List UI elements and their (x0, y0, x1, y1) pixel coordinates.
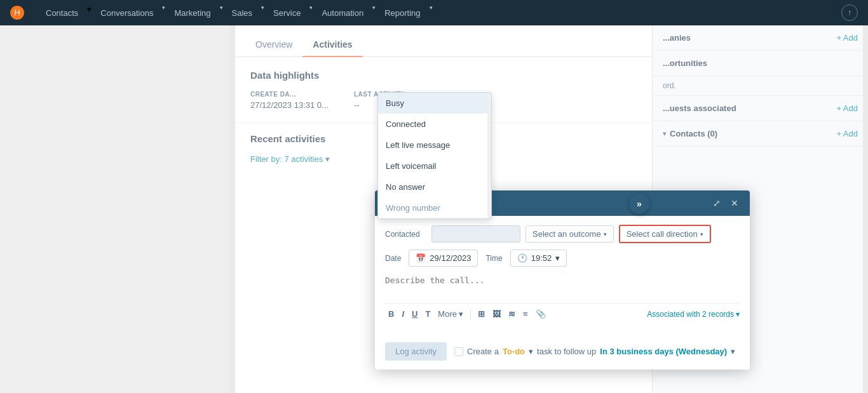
date-time-row: Date 📅 29/12/2023 Time 🕐 19:52 ▾ (385, 250, 740, 267)
outcome-no-answer[interactable]: No answer (378, 177, 491, 197)
nav-automation[interactable]: Automation (315, 4, 370, 22)
describe-textarea[interactable] (385, 273, 740, 297)
italic-button[interactable]: I (398, 307, 407, 321)
more-button[interactable]: More ▾ (435, 307, 466, 321)
modal-body: Contacted Select an outcome ▾ Select cal… (375, 216, 750, 336)
contacted-label: Contacted (385, 230, 426, 239)
main-layout: Overview Activities Data highlights CREA… (0, 25, 868, 393)
nav-right: ↑ (841, 4, 858, 21)
nav-conversations[interactable]: Conversations (94, 4, 159, 22)
log-activity-button[interactable]: Log activity (385, 342, 447, 361)
modal-expand-button[interactable]: ⤢ (710, 197, 723, 210)
time-label: Time (485, 254, 502, 263)
list-button[interactable]: ≡ (520, 307, 531, 321)
attachment-button[interactable]: 📎 (532, 307, 549, 321)
date-label: Date (385, 254, 401, 263)
contacted-row: Contacted Select an outcome ▾ Select cal… (385, 225, 740, 243)
date-input[interactable]: 📅 29/12/2023 (409, 250, 478, 267)
outcome-left-voicemail[interactable]: Left voicemail (378, 156, 491, 177)
outcome-dropdown-menu: Busy Connected Left live message Left vo… (377, 92, 492, 219)
nav-service[interactable]: Service (267, 4, 307, 22)
todo-mid-text: task to follow up (537, 347, 596, 356)
nav-contacts[interactable]: Contacts (39, 4, 85, 22)
outcome-dropdown-button[interactable]: Select an outcome ▾ (526, 225, 614, 243)
text-toolbar: B I U T More ▾ ⊞ 🖼 ≋ ≡ 📎 Associated with… (385, 303, 740, 321)
todo-link[interactable]: To-do (503, 347, 525, 356)
outcome-dropdown-arrow: ▾ (604, 231, 607, 237)
expand-icon: » (637, 199, 642, 209)
strikethrough-button[interactable]: T (422, 307, 433, 321)
insert-link-button[interactable]: ⊞ (475, 307, 488, 321)
nav-reporting[interactable]: Reporting (378, 4, 426, 22)
contacted-input[interactable] (431, 225, 520, 243)
modal-footer: Log activity Create a To-do ▾ task to fo… (375, 336, 750, 370)
nav-marketing[interactable]: Marketing (168, 4, 217, 22)
outcome-menu-scrollbar[interactable] (487, 93, 491, 218)
date-value: 29/12/2023 (430, 253, 471, 263)
time-value: 19:52 (531, 253, 552, 263)
outcome-label: Select an outcome (532, 229, 601, 239)
todo-day-arrow: ▾ (731, 347, 735, 356)
top-navigation: H Contacts▾ Conversations▾ Marketing▾ Sa… (0, 0, 868, 25)
todo-day-link[interactable]: In 3 business days (Wednesday) (600, 347, 727, 356)
outcome-busy[interactable]: Busy (378, 93, 491, 114)
modal-close-button[interactable]: ✕ (728, 197, 741, 210)
modal-expand-floating-button[interactable]: » (629, 194, 649, 214)
associated-records-button[interactable]: Associated with 2 records ▾ (647, 310, 740, 319)
time-input[interactable]: 🕐 19:52 ▾ (510, 250, 567, 267)
time-dropdown-arrow: ▾ (555, 253, 560, 263)
todo-link-arrow: ▾ (529, 347, 533, 356)
clock-icon: 🕐 (517, 253, 527, 263)
toolbar-separator (470, 309, 471, 319)
modal-action-buttons: ⤢ ✕ (710, 197, 741, 210)
more-label: More (438, 309, 457, 319)
calendar-icon: 📅 (416, 253, 426, 263)
upgrade-button[interactable]: ↑ (841, 4, 858, 21)
associated-label: Associated with 2 records (647, 310, 734, 319)
nav-sales[interactable]: Sales (226, 4, 259, 22)
nav-links: Contacts▾ Conversations▾ Marketing▾ Sale… (39, 4, 433, 22)
direction-dropdown-button[interactable]: Select call direction ▾ (619, 225, 711, 243)
outcome-left-live-message[interactable]: Left live message (378, 135, 491, 156)
todo-create-text: Create a (467, 347, 499, 356)
outcome-connected[interactable]: Connected (378, 114, 491, 135)
svg-text:H: H (14, 8, 20, 17)
todo-row: Create a To-do ▾ task to follow up In 3 … (454, 347, 735, 356)
direction-dropdown-arrow: ▾ (700, 231, 703, 237)
associated-dropdown-arrow: ▾ (736, 310, 740, 319)
todo-checkbox[interactable] (454, 347, 463, 356)
hubspot-logo: H (10, 6, 24, 20)
insert-image-button[interactable]: 🖼 (489, 307, 504, 321)
underline-button[interactable]: U (409, 307, 421, 321)
more-dropdown-arrow: ▾ (459, 309, 463, 319)
outcome-wrong-number[interactable]: Wrong number (378, 197, 491, 218)
indent-button[interactable]: ≋ (505, 307, 519, 321)
bold-button[interactable]: B (385, 307, 397, 321)
direction-label: Select call direction (627, 229, 698, 239)
